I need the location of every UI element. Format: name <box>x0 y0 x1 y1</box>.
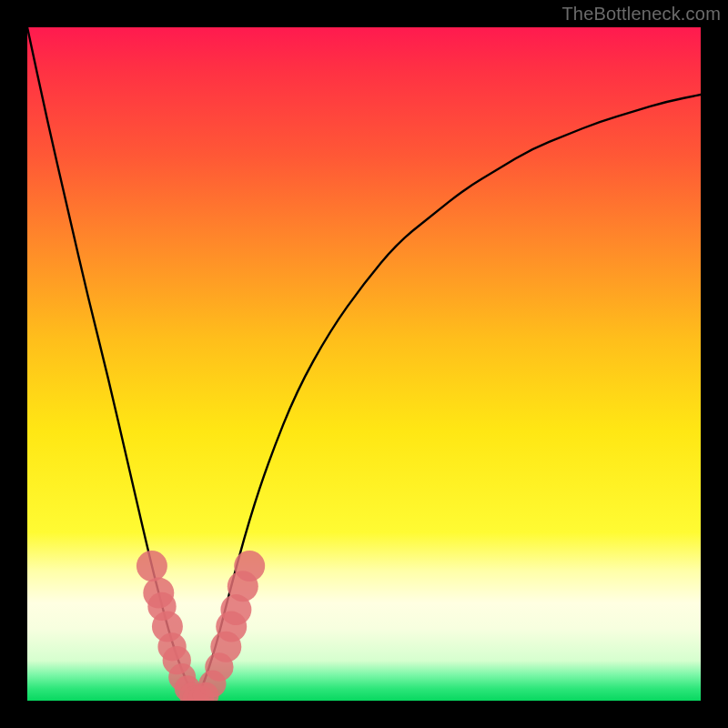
plot-area <box>27 27 701 701</box>
highlight-markers <box>136 551 265 701</box>
bottleneck-curve <box>27 27 701 697</box>
marker-point <box>136 551 167 581</box>
marker-point <box>234 551 265 581</box>
chart-frame: TheBottleneck.com <box>0 0 728 728</box>
watermark-text: TheBottleneck.com <box>561 4 721 25</box>
curve-layer <box>27 27 701 701</box>
